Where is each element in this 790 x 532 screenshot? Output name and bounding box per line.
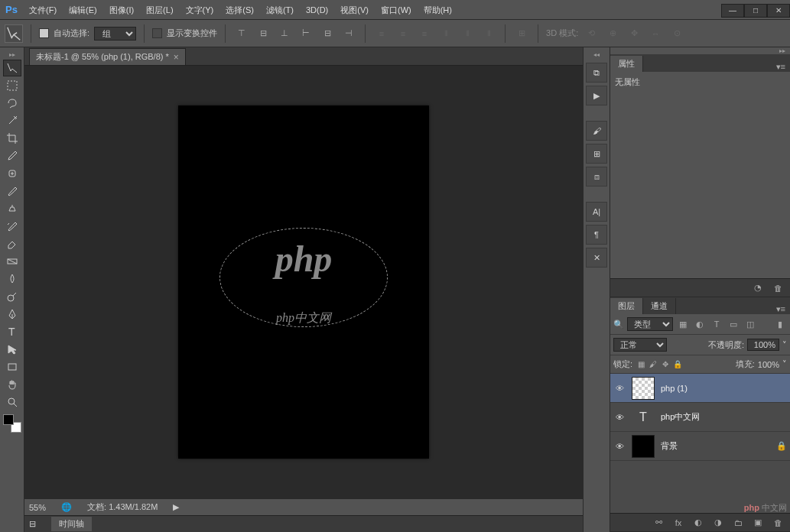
menu-select[interactable]: 选择(S) [219, 0, 260, 20]
fill-dropdown-icon[interactable]: ˅ [782, 359, 787, 369]
menu-filter[interactable]: 滤镜(T) [260, 0, 300, 20]
layer-mask-icon[interactable]: ◐ [692, 517, 704, 527]
properties-menu-icon[interactable]: ▾≡ [772, 62, 790, 72]
menu-window[interactable]: 窗口(W) [375, 0, 418, 20]
auto-select-dropdown[interactable]: 组 [94, 27, 136, 41]
layer-thumbnail[interactable] [632, 435, 655, 458]
foreground-color-swatch[interactable] [3, 414, 14, 425]
close-tab-icon[interactable]: × [174, 52, 179, 63]
pen-tool[interactable] [3, 306, 21, 323]
fill-value[interactable]: 100% [758, 360, 779, 369]
status-globe-icon[interactable]: 🌐 [61, 502, 72, 512]
eraser-tool[interactable] [3, 235, 21, 252]
minimize-button[interactable]: — [721, 4, 744, 18]
color-swatches[interactable] [3, 414, 21, 433]
status-arrow-icon[interactable]: ▶ [173, 502, 179, 512]
toolbox-collapse[interactable]: ▸▸ [2, 50, 23, 58]
menu-help[interactable]: 帮助(H) [418, 0, 458, 20]
rectangle-tool[interactable] [3, 358, 21, 375]
layers-menu-icon[interactable]: ▾≡ [772, 304, 790, 314]
layer-name[interactable]: 背景 [661, 440, 770, 452]
new-layer-icon[interactable]: ▣ [752, 517, 764, 527]
crop-tool[interactable] [3, 130, 21, 147]
timeline-menu-icon[interactable]: ⊟ [29, 519, 36, 529]
app-logo[interactable]: Ps [0, 0, 23, 20]
layer-filter-type[interactable]: 类型 [627, 317, 673, 331]
menu-image[interactable]: 图像(I) [103, 0, 140, 20]
blend-mode-select[interactable]: 正常 [613, 338, 667, 352]
actions-panel-icon[interactable]: ▶ [586, 86, 607, 105]
layer-item[interactable]: 👁 T php中文网 [610, 403, 790, 432]
layer-style-icon[interactable]: fx [672, 518, 684, 527]
visibility-toggle-icon[interactable]: 👁 [613, 384, 626, 393]
maximize-button[interactable]: □ [744, 4, 767, 18]
link-layers-icon[interactable]: ⚯ [652, 517, 665, 527]
filter-adjust-icon[interactable]: ◐ [693, 317, 707, 331]
brush-panel-icon[interactable]: 🖌 [586, 121, 607, 141]
blur-tool[interactable] [3, 271, 21, 287]
layer-name[interactable]: php (1) [661, 384, 787, 393]
filter-pixel-icon[interactable]: ▦ [676, 317, 690, 331]
current-tool-icon[interactable] [5, 24, 23, 43]
panels-collapse[interactable]: ▸▸ [610, 47, 790, 55]
align-bottom-icon[interactable]: ⊥ [276, 25, 293, 42]
history-brush-tool[interactable] [3, 218, 21, 235]
visibility-toggle-icon[interactable]: 👁 [613, 442, 626, 451]
clone-source-icon[interactable]: ⧈ [586, 167, 607, 187]
move-tool[interactable] [3, 60, 21, 76]
magic-wand-tool[interactable] [3, 112, 21, 129]
menu-layer[interactable]: 图层(L) [140, 0, 179, 20]
character-panel-icon[interactable]: A| [586, 202, 607, 222]
properties-tab[interactable]: 属性 [610, 56, 643, 72]
styles-panel-icon[interactable]: ✕ [586, 248, 607, 268]
channels-tab[interactable]: 通道 [643, 298, 676, 314]
layers-tab[interactable]: 图层 [610, 298, 643, 314]
filter-shape-icon[interactable]: ▭ [727, 317, 740, 331]
show-transform-checkbox[interactable] [152, 28, 162, 38]
align-left-icon[interactable]: ⊢ [297, 25, 314, 42]
eyedropper-tool[interactable] [3, 148, 21, 164]
hand-tool[interactable] [3, 376, 21, 393]
properties-trash-icon[interactable]: 🗑 [772, 284, 784, 293]
menu-type[interactable]: 文字(Y) [180, 0, 220, 20]
group-layers-icon[interactable]: 🗀 [732, 518, 744, 527]
brush-presets-icon[interactable]: ⊞ [586, 144, 607, 164]
filter-smart-icon[interactable]: ◫ [743, 317, 757, 331]
filter-text-icon[interactable]: T [710, 317, 723, 331]
visibility-toggle-icon[interactable]: 👁 [613, 413, 626, 422]
auto-select-checkbox[interactable]: ✓ [39, 28, 49, 38]
lock-all-icon[interactable]: 🔒 [672, 359, 683, 370]
opacity-value[interactable]: 100% [747, 339, 779, 351]
adjustment-layer-icon[interactable]: ◑ [712, 517, 724, 527]
delete-layer-icon[interactable]: 🗑 [772, 518, 784, 527]
timeline-tab[interactable]: 时间轴 [51, 517, 92, 531]
healing-brush-tool[interactable] [3, 165, 21, 182]
gradient-tool[interactable] [3, 253, 21, 270]
layer-item[interactable]: 👁 php (1) [610, 374, 790, 403]
layer-name[interactable]: php中文网 [661, 411, 787, 423]
menu-file[interactable]: 文件(F) [23, 0, 63, 20]
strip-collapse[interactable]: ◂◂ [586, 50, 607, 58]
menu-edit[interactable]: 编辑(E) [63, 0, 103, 20]
text-tool[interactable]: T [3, 323, 21, 340]
paragraph-panel-icon[interactable]: ¶ [586, 225, 607, 245]
close-button[interactable]: ✕ [767, 4, 790, 18]
align-vcenter-icon[interactable]: ⊟ [255, 25, 271, 42]
history-panel-icon[interactable]: ⧉ [586, 63, 607, 83]
dodge-tool[interactable] [3, 288, 21, 305]
path-selection-tool[interactable] [3, 341, 21, 358]
zoom-tool[interactable] [3, 394, 21, 410]
lasso-tool[interactable] [3, 95, 21, 112]
marquee-tool[interactable] [3, 77, 21, 94]
menu-3d[interactable]: 3D(D) [300, 0, 334, 20]
layer-item[interactable]: 👁 背景 🔒 [610, 432, 790, 461]
align-right-icon[interactable]: ⊣ [340, 25, 357, 42]
layer-thumbnail[interactable] [632, 377, 655, 400]
opacity-dropdown-icon[interactable]: ˅ [782, 340, 787, 350]
properties-clip-icon[interactable]: ◔ [752, 283, 764, 293]
canvas[interactable]: php php中文网 [178, 105, 429, 459]
lock-transparency-icon[interactable]: ▦ [636, 359, 646, 370]
align-hcenter-icon[interactable]: ⊟ [319, 25, 336, 42]
align-top-icon[interactable]: ⊤ [233, 25, 250, 42]
clone-stamp-tool[interactable] [3, 200, 21, 217]
